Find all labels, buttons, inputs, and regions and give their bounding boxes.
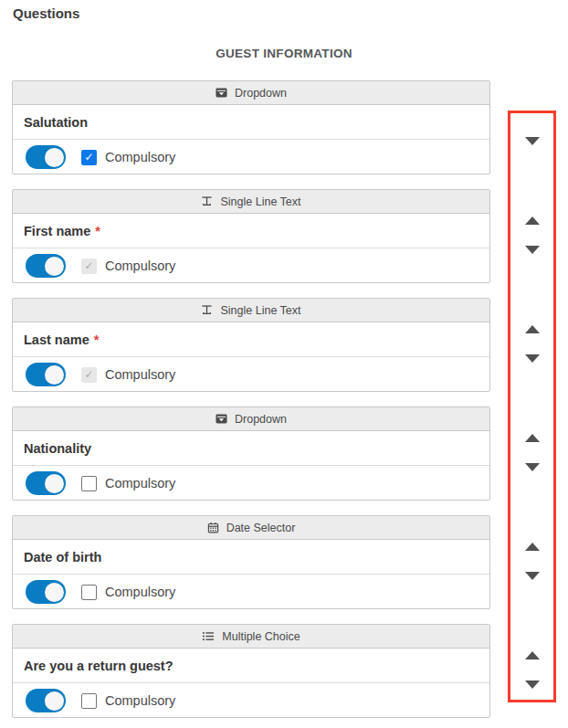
compulsory-checkbox[interactable] [81,585,97,600]
move-up-button[interactable] [525,651,540,659]
compulsory-checkbox [81,258,97,274]
question-label-row: First name * [13,214,489,248]
question-card: Date Selector Date of birth Compulsory [12,515,490,609]
compulsory-checkbox[interactable] [81,150,97,165]
enabled-toggle[interactable] [26,254,66,278]
question-label: Last name [24,332,89,347]
question-type-label: Multiple Choice [222,630,300,643]
question-controls-row: Compulsory [13,248,489,283]
compulsory-checkbox[interactable] [81,693,97,709]
question-label-row: Nationality [13,431,489,466]
move-down-button[interactable] [525,137,540,145]
move-up-button[interactable] [525,216,540,225]
enabled-toggle[interactable] [26,363,66,386]
question-card: Dropdown Nationality Compulsory [12,406,490,501]
single-line-text-icon [201,304,213,316]
question-label-row: Salutation [13,105,489,140]
enabled-toggle[interactable] [26,471,66,495]
compulsory-checkbox [81,367,97,383]
dropdown-icon [216,413,227,425]
section-title: GUEST INFORMATION [0,47,568,60]
question-label: Date of birth [24,550,101,564]
move-down-button[interactable] [525,463,540,471]
compulsory-option: Compulsory [81,585,175,600]
questions-list: Dropdown Salutation Compulsory Single Li… [12,80,490,728]
question-type-header: Single Line Text [13,190,489,214]
move-up-button[interactable] [525,434,540,442]
question-label: Nationality [24,441,91,456]
reorder-column [508,111,556,702]
move-down-button[interactable] [525,246,540,254]
page-title: Questions [13,5,79,21]
toggle-knob [45,148,64,167]
enabled-toggle[interactable] [26,689,66,712]
toggle-knob [45,257,64,276]
compulsory-option: Compulsory [81,367,175,383]
question-label-row: Are you a return guest? [13,649,489,683]
move-down-button[interactable] [525,354,540,363]
toggle-knob [45,365,64,385]
highlight-box [508,111,556,702]
move-down-button[interactable] [525,572,540,580]
list-icon [202,630,215,642]
dropdown-icon [216,87,227,99]
question-label: Are you a return guest? [24,659,174,673]
question-type-header: Single Line Text [13,299,489,322]
required-asterisk: * [94,332,100,347]
required-asterisk: * [95,224,100,238]
move-down-button[interactable] [525,681,540,689]
enabled-toggle[interactable] [26,580,66,604]
question-card: Dropdown Salutation Compulsory [12,80,490,174]
question-type-header: Date Selector [13,516,489,540]
question-card: Single Line Text First name * Compulsory [12,189,490,283]
compulsory-option: Compulsory [81,476,175,491]
move-up-button[interactable] [525,325,540,333]
question-controls-row: Compulsory [13,683,489,718]
question-type-header: Multiple Choice [13,625,489,649]
question-label-row: Last name * [13,322,489,357]
question-card: Single Line Text Last name * Compulsory [12,298,490,392]
question-type-label: Date Selector [226,522,296,534]
compulsory-option: Compulsory [81,150,175,165]
compulsory-label: Compulsory [105,150,175,164]
toggle-knob [45,583,64,602]
compulsory-label: Compulsory [105,367,175,382]
question-type-header: Dropdown [13,81,489,105]
question-label-row: Date of birth [13,540,489,575]
compulsory-label: Compulsory [105,585,175,599]
calendar-icon [207,522,219,533]
questions-page: Questions GUEST INFORMATION Dropdown Sal… [0,0,568,728]
question-type-header: Dropdown [13,407,489,431]
question-controls-row: Compulsory [13,357,489,392]
question-controls-row: Compulsory [13,575,489,609]
question-type-label: Single Line Text [220,195,300,208]
compulsory-option: Compulsory [81,258,175,274]
question-type-label: Dropdown [235,87,287,100]
question-type-label: Single Line Text [220,304,300,317]
question-card: Multiple Choice Are you a return guest? … [12,624,490,718]
question-label: Salutation [24,115,88,130]
question-controls-row: Compulsory [13,466,489,501]
compulsory-label: Compulsory [105,476,175,491]
question-controls-row: Compulsory [13,140,489,174]
compulsory-label: Compulsory [105,693,175,708]
compulsory-option: Compulsory [81,693,175,709]
question-label: First name [24,224,90,238]
move-up-button[interactable] [525,543,540,551]
compulsory-label: Compulsory [105,258,175,273]
single-line-text-icon [201,195,213,207]
toggle-knob [45,474,64,493]
enabled-toggle[interactable] [26,145,66,169]
question-type-label: Dropdown [235,413,287,426]
compulsory-checkbox[interactable] [81,476,97,491]
toggle-knob [45,691,64,711]
